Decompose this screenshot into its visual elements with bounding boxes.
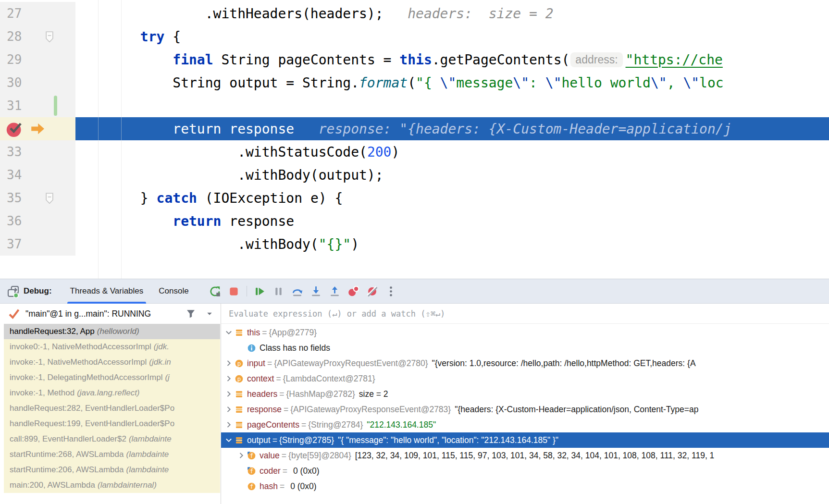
code-editor[interactable]: 27 .withHeaders(headers); headers: size …: [0, 0, 829, 279]
stop-icon[interactable]: [228, 285, 240, 297]
stack-frame[interactable]: startRuntime:206, AWSLambda (lambdainte: [4, 462, 220, 478]
stack-frame[interactable]: invoke0:-1, NativeMethodAccessorImpl (jd…: [4, 339, 220, 355]
line-number[interactable]: 30: [0, 75, 22, 90]
editor-line[interactable]: 31: [0, 94, 829, 117]
editor-line[interactable]: 28 try {: [0, 25, 829, 48]
line-number[interactable]: 36: [0, 214, 22, 228]
stack-frame[interactable]: handleRequest:199, EventHandlerLoader$Po: [4, 416, 220, 431]
editor-gutter[interactable]: 35: [0, 186, 75, 209]
chevron-right-icon[interactable]: [224, 420, 234, 429]
variable-row[interactable]: fhash=0 (0x0): [221, 479, 829, 494]
editor-line[interactable]: 35 } catch (IOException e) {: [0, 186, 829, 209]
variable-row[interactable]: pageContents={String@2784}"212.143.164.1…: [221, 417, 829, 432]
frames-panel: "main"@1 in g...main": RUNNING handleReq…: [0, 304, 220, 504]
editor-gutter[interactable]: 37: [0, 233, 75, 256]
editor-gutter[interactable]: 31: [0, 94, 75, 117]
line-number[interactable]: 27: [0, 6, 22, 21]
editor-gutter[interactable]: 33: [0, 140, 75, 163]
code-line-text[interactable]: try {: [75, 25, 829, 48]
stack-frame[interactable]: startRuntime:268, AWSLambda (lambdainte: [4, 447, 220, 462]
breakpoint-verified-icon[interactable]: [6, 120, 23, 139]
variable-row[interactable]: this={App@2779}: [221, 325, 829, 340]
editor-gutter[interactable]: 27: [0, 2, 75, 25]
editor-line[interactable]: 37 .withBody("{}"): [0, 233, 829, 256]
code-line-text[interactable]: return response response: "{headers: {X-…: [75, 117, 829, 140]
rerun-icon[interactable]: [209, 285, 221, 297]
step-over-icon[interactable]: [291, 285, 303, 297]
line-number[interactable]: 28: [0, 29, 22, 44]
pause-icon[interactable]: [272, 285, 285, 297]
line-number[interactable]: 33: [0, 145, 22, 159]
chevron-right-icon[interactable]: [224, 405, 234, 414]
evaluate-expression-input[interactable]: Evaluate expression (↵) or add a watch (…: [221, 304, 829, 324]
tab-console[interactable]: Console: [151, 279, 196, 304]
stack-frame[interactable]: handleRequest:32, App (helloworld): [4, 324, 220, 339]
code-line-text[interactable]: final String pageContents = this.getPage…: [75, 48, 829, 71]
chevron-right-icon[interactable]: [224, 390, 234, 398]
step-out-icon[interactable]: [329, 285, 341, 297]
code-line-text[interactable]: } catch (IOException e) {: [75, 186, 829, 209]
chevron-down-icon[interactable]: [224, 436, 234, 444]
editor-gutter[interactable]: 28: [0, 25, 75, 48]
variable-icon: [234, 390, 244, 399]
variable-row[interactable]: response={APIGatewayProxyResponseEvent@2…: [221, 402, 829, 417]
fold-marker-icon[interactable]: [44, 30, 55, 44]
debug-label: Debug:: [24, 286, 52, 296]
line-number[interactable]: 34: [0, 168, 22, 182]
chevron-right-icon[interactable]: [224, 374, 234, 383]
variable-row[interactable]: fvalue={byte[59]@2804}[123, 32, 34, 109,…: [221, 448, 829, 463]
editor-line[interactable]: 36 return response: [0, 209, 829, 233]
resume-icon[interactable]: [254, 285, 266, 297]
editor-gutter[interactable]: [0, 117, 75, 140]
code-line-text[interactable]: [75, 94, 829, 117]
editor-gutter[interactable]: 34: [0, 163, 75, 186]
editor-gutter[interactable]: 36: [0, 209, 75, 233]
editor-line[interactable]: 34 .withBody(output);: [0, 163, 829, 186]
chevron-right-icon[interactable]: [236, 451, 246, 460]
stack-frame[interactable]: main:200, AWSLambda (lambdainternal): [4, 478, 220, 493]
variable-row[interactable]: pinput={APIGatewayProxyRequestEvent@2780…: [221, 356, 829, 371]
thread-dropdown-icon[interactable]: [203, 308, 215, 320]
parameter-name-hint: address:: [570, 52, 622, 67]
variable-row[interactable]: pcontext={LambdaContext@2781}: [221, 371, 829, 386]
tab-threads-variables[interactable]: Threads & Variables: [62, 279, 151, 304]
chevron-right-icon[interactable]: [224, 359, 234, 368]
variables-message-row[interactable]: Class has no fields: [221, 340, 829, 356]
editor-line[interactable]: 30 String output = String.format("{ \"me…: [0, 71, 829, 94]
chevron-down-icon[interactable]: [224, 328, 234, 337]
editor-line[interactable]: 27 .withHeaders(headers); headers: size …: [0, 2, 829, 25]
stack-frame[interactable]: invoke:-1, DelegatingMethodAccessorImpl …: [4, 370, 220, 385]
filter-frames-icon[interactable]: [185, 308, 197, 320]
editor-gutter[interactable]: 29: [0, 48, 75, 71]
view-breakpoints-icon[interactable]: [347, 285, 359, 297]
frame-location: handleRequest:199, EventHandlerLoader$Po: [10, 419, 174, 429]
stack-frame[interactable]: call:899, EventHandlerLoader$2 (lambdain…: [4, 431, 220, 447]
more-icon[interactable]: [385, 285, 397, 297]
variable-row[interactable]: headers={HashMap@2782}size = 2: [221, 386, 829, 402]
editor-gutter[interactable]: 30: [0, 71, 75, 94]
step-into-icon[interactable]: [310, 285, 322, 297]
stack-frame[interactable]: invoke:-1, NativeMethodAccessorImpl (jdk…: [4, 355, 220, 370]
fold-marker-icon[interactable]: [44, 191, 55, 206]
variable-row[interactable]: output={String@2785}"{ "message": "hello…: [221, 432, 829, 448]
editor-line[interactable]: return response response: "{headers: {X-…: [0, 117, 829, 140]
editor-line[interactable]: 29 final String pageContents = this.getP…: [0, 48, 829, 71]
stack-frame[interactable]: invoke:-1, Method (java.lang.reflect): [4, 385, 220, 401]
frame-package: (lambdainte: [126, 450, 169, 459]
editor-line[interactable]: 33 .withStatusCode(200): [0, 140, 829, 163]
line-number[interactable]: 29: [0, 52, 22, 67]
variable-row[interactable]: fcoder=0 (0x0): [221, 463, 829, 479]
line-number[interactable]: 31: [0, 98, 22, 113]
code-line-text[interactable]: String output = String.format("{ \"messa…: [75, 71, 829, 94]
code-line-text[interactable]: .withHeaders(headers); headers: size = 2: [75, 2, 829, 25]
mute-breakpoints-icon[interactable]: [366, 285, 378, 297]
stack-frame[interactable]: handleRequest:282, EventHandlerLoader$Po: [4, 401, 220, 416]
line-number[interactable]: 35: [0, 191, 22, 205]
variable-value: "{headers: {X-Custom-Header=application/…: [455, 405, 698, 415]
code-line-text[interactable]: .withBody("{}"): [75, 233, 829, 256]
thread-status-row[interactable]: "main"@1 in g...main": RUNNING: [0, 304, 220, 324]
line-number[interactable]: 37: [0, 237, 22, 251]
code-line-text[interactable]: .withStatusCode(200): [75, 140, 829, 163]
code-line-text[interactable]: .withBody(output);: [75, 163, 829, 186]
code-line-text[interactable]: return response: [75, 209, 829, 233]
